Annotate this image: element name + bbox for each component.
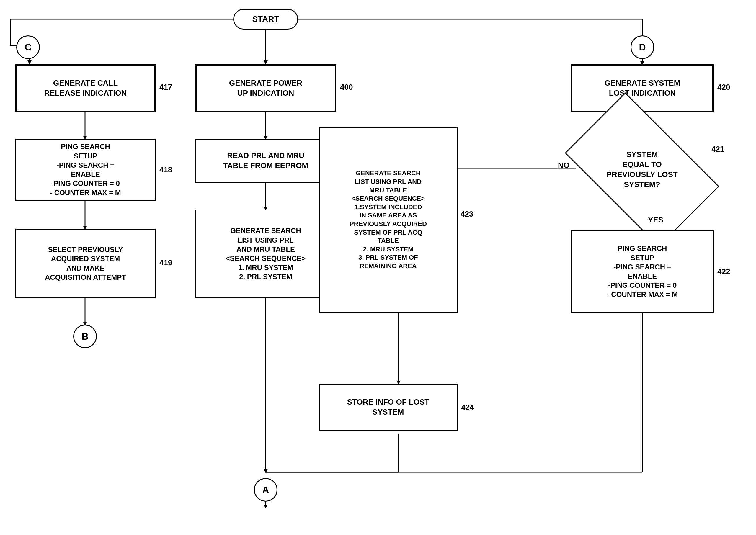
b-connector: B [73, 324, 97, 348]
label-418: 418 [160, 165, 172, 174]
start-node: START [233, 9, 298, 30]
label-422: 422 [717, 267, 730, 276]
generate-system-lost-box: GENERATE SYSTEM LOST INDICATION [571, 64, 714, 112]
label-421: 421 [712, 145, 724, 154]
label-417: 417 [160, 83, 172, 92]
generate-power-up-box: GENERATE POWER UP INDICATION [195, 64, 336, 112]
read-prl-box: READ PRL AND MRU TABLE FROM EEPROM [195, 139, 336, 183]
select-previously-box: SELECT PREVIOUSLY ACQUIRED SYSTEM AND MA… [15, 229, 156, 298]
label-no: NO [558, 161, 569, 170]
label-420: 420 [717, 83, 730, 92]
label-423: 423 [460, 210, 473, 219]
system-equal-diamond: SYSTEM EQUAL TO PREVIOUSLY LOST SYSTEM? [576, 127, 709, 212]
svg-marker-3 [27, 61, 32, 64]
flowchart-diagram: { "title": "Flowchart Diagram", "nodes":… [0, 0, 756, 535]
d-connector: D [630, 35, 654, 59]
ping-search-setup-right-box: PING SEARCH SETUP -PING SEARCH = ENABLE … [571, 230, 714, 313]
svg-marker-36 [264, 505, 268, 508]
label-yes: YES [648, 215, 663, 225]
label-424: 424 [461, 403, 474, 412]
a-connector: A [254, 478, 277, 502]
svg-marker-22 [264, 469, 268, 473]
svg-marker-1 [264, 61, 268, 64]
store-info-box: STORE INFO OF LOST SYSTEM [319, 383, 457, 431]
generate-search-list-center-box: GENERATE SEARCH LIST USING PRL AND MRU T… [195, 210, 336, 298]
generate-search-list-right-box: GENERATE SEARCH LIST USING PRL AND MRU T… [319, 127, 457, 313]
ping-search-setup-left-box: PING SEARCH SETUP -PING SEARCH = ENABLE … [15, 139, 156, 201]
c-connector: C [16, 35, 40, 59]
generate-call-release-box: GENERATE CALL RELEASE INDICATION [15, 64, 156, 112]
label-419: 419 [160, 258, 172, 268]
label-400: 400 [340, 83, 353, 92]
